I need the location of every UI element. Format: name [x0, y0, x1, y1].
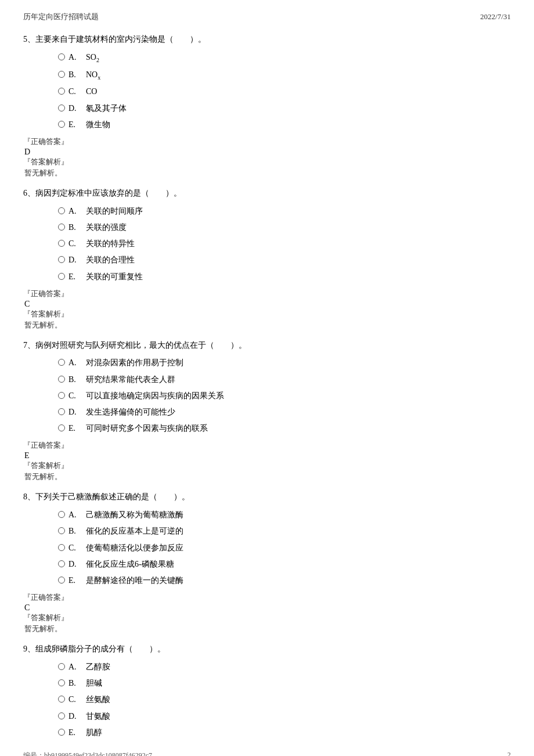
question-9-option-B[interactable]: B.胆碱 [58, 676, 511, 690]
option-label-8-0: A. [68, 507, 81, 522]
question-8-option-D[interactable]: D.催化反应生成6-磷酸果糖 [58, 557, 511, 571]
question-9-option-D[interactable]: D.甘氨酸 [58, 709, 511, 723]
question-9: 9、组成卵磷脂分子的成分有（ ）。A.乙醇胺B.胆碱C.丝氨酸D.甘氨酸E.肌醇 [23, 642, 511, 740]
option-label-5-4: E. [68, 117, 81, 132]
radio-6-E[interactable] [58, 273, 65, 280]
option-text-5-2: CO [86, 84, 97, 99]
question-9-option-C[interactable]: C.丝氨酸 [58, 692, 511, 707]
option-label-7-2: C. [68, 388, 81, 403]
radio-9-E[interactable] [58, 729, 65, 736]
option-label-8-1: B. [68, 524, 81, 538]
option-label-9-1: B. [68, 676, 81, 690]
option-text-9-1: 胆碱 [86, 676, 102, 690]
question-8-option-E[interactable]: E.是酵解途径的唯一的关键酶 [58, 573, 511, 588]
radio-8-D[interactable] [58, 560, 65, 567]
radio-5-C[interactable] [58, 88, 65, 95]
question-5-option-D[interactable]: D.氡及其子体 [58, 101, 511, 116]
question-5-options: A.SO2B.NOxC.COD.氡及其子体E.微生物 [58, 50, 511, 132]
answer-tag-7: 『正确答案』 [23, 440, 511, 451]
radio-9-C[interactable] [58, 696, 65, 703]
question-5-title: 5、主要来自于建筑材料的室内污染物是（ ）。 [23, 33, 511, 46]
option-label-5-2: C. [68, 84, 81, 99]
answer-value-5: D [24, 147, 511, 157]
radio-8-A[interactable] [58, 511, 65, 518]
option-label-6-1: B. [68, 220, 81, 235]
radio-5-D[interactable] [58, 105, 65, 111]
radio-5-A[interactable] [58, 53, 65, 60]
option-label-8-3: D. [68, 557, 81, 571]
option-text-9-4: 肌醇 [86, 725, 102, 740]
option-text-5-0: SO2 [86, 50, 99, 66]
question-9-option-A[interactable]: A.乙醇胺 [58, 660, 511, 674]
option-text-6-0: 关联的时间顺序 [86, 204, 143, 218]
question-8-options: A.己糖激酶又称为葡萄糖激酶B.催化的反应基本上是可逆的C.使葡萄糖活化以便参加… [58, 507, 511, 588]
question-7-option-C[interactable]: C.可以直接地确定病因与疾病的因果关系 [58, 388, 511, 403]
radio-8-E[interactable] [58, 577, 65, 584]
option-text-9-2: 丝氨酸 [86, 692, 110, 707]
analysis-tag-6: 『答案解析』 [23, 309, 511, 319]
radio-5-E[interactable] [58, 121, 65, 128]
option-text-8-2: 使葡萄糖活化以便参加反应 [86, 541, 183, 555]
option-text-8-4: 是酵解途径的唯一的关键酶 [86, 573, 183, 588]
question-8-option-C[interactable]: C.使葡萄糖活化以便参加反应 [58, 541, 511, 555]
question-7-option-D[interactable]: D.发生选择偏倚的可能性少 [58, 405, 511, 419]
option-label-9-3: D. [68, 709, 81, 723]
radio-6-D[interactable] [58, 256, 65, 263]
radio-7-C[interactable] [58, 392, 65, 399]
option-text-5-4: 微生物 [86, 117, 110, 132]
question-6-title: 6、病因判定标准中应该放弃的是（ ）。 [23, 186, 511, 200]
radio-6-B[interactable] [58, 224, 65, 231]
question-9-option-E[interactable]: E.肌醇 [58, 725, 511, 740]
radio-8-B[interactable] [58, 527, 65, 534]
option-label-9-2: C. [68, 692, 81, 707]
option-label-5-1: B. [68, 67, 81, 82]
option-text-9-3: 甘氨酸 [86, 709, 110, 723]
option-text-6-4: 关联的可重复性 [86, 269, 143, 284]
page-header: 历年定向医疗招聘试题 2022/7/31 [23, 12, 511, 22]
question-5-option-E[interactable]: E.微生物 [58, 117, 511, 132]
option-label-6-3: D. [68, 253, 81, 267]
question-5-option-C[interactable]: C.CO [58, 84, 511, 99]
question-7-option-A[interactable]: A.对混杂因素的作用易于控制 [58, 355, 511, 370]
question-8: 8、下列关于己糖激酶叙述正确的是（ ）。A.己糖激酶又称为葡萄糖激酶B.催化的反… [23, 490, 511, 634]
radio-7-B[interactable] [58, 376, 65, 383]
option-text-8-0: 己糖激酶又称为葡萄糖激酶 [86, 507, 183, 522]
radio-7-E[interactable] [58, 424, 65, 431]
answer-value-6: C [24, 300, 511, 309]
option-text-5-1: NOx [86, 67, 100, 83]
option-label-6-0: A. [68, 204, 81, 218]
option-label-9-0: A. [68, 660, 81, 674]
page-footer: 编号：bb91999549ef23d3dc108087f46292c7 2 [23, 751, 511, 756]
radio-9-A[interactable] [58, 663, 65, 670]
radio-8-C[interactable] [58, 544, 65, 551]
question-8-option-B[interactable]: B.催化的反应基本上是可逆的 [58, 524, 511, 538]
question-6-option-A[interactable]: A.关联的时间顺序 [58, 204, 511, 218]
question-6-option-E[interactable]: E.关联的可重复性 [58, 269, 511, 284]
question-6-option-B[interactable]: B.关联的强度 [58, 220, 511, 235]
radio-9-D[interactable] [58, 712, 65, 719]
question-5-option-B[interactable]: B.NOx [58, 67, 511, 83]
radio-5-B[interactable] [58, 71, 65, 78]
option-text-8-3: 催化反应生成6-磷酸果糖 [86, 557, 174, 571]
question-7-title: 7、病例对照研究与队列研究相比，最大的优点在于（ ）。 [23, 339, 511, 352]
analysis-value-6: 暂无解析。 [24, 320, 511, 330]
question-5: 5、主要来自于建筑材料的室内污染物是（ ）。A.SO2B.NOxC.COD.氡及… [23, 33, 511, 178]
question-8-option-A[interactable]: A.己糖激酶又称为葡萄糖激酶 [58, 507, 511, 522]
answer-value-7: E [24, 451, 511, 460]
radio-7-D[interactable] [58, 408, 65, 415]
answer-block-7: 『正确答案』E『答案解析』暂无解析。 [23, 440, 511, 482]
footer-code: 编号：bb91999549ef23d3dc108087f46292c7 [23, 751, 152, 756]
radio-6-A[interactable] [58, 207, 65, 214]
question-6-option-D[interactable]: D.关联的合理性 [58, 253, 511, 267]
question-6-option-C[interactable]: C.关联的特异性 [58, 236, 511, 251]
question-5-option-A[interactable]: A.SO2 [58, 50, 511, 66]
answer-tag-6: 『正确答案』 [23, 289, 511, 299]
radio-6-C[interactable] [58, 240, 65, 247]
option-text-6-3: 关联的合理性 [86, 253, 135, 267]
question-7-option-E[interactable]: E.可同时研究多个因素与疾病的联系 [58, 421, 511, 435]
question-7-option-B[interactable]: B.研究结果常能代表全人群 [58, 372, 511, 387]
answer-block-6: 『正确答案』C『答案解析』暂无解析。 [23, 289, 511, 330]
radio-7-A[interactable] [58, 359, 65, 366]
radio-9-B[interactable] [58, 679, 65, 686]
option-text-7-4: 可同时研究多个因素与疾病的联系 [86, 421, 208, 435]
